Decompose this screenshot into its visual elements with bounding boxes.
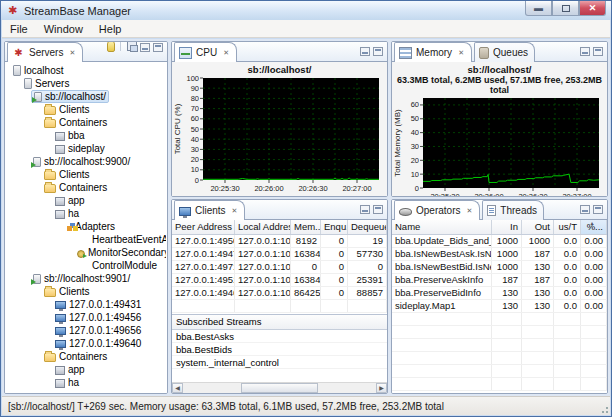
table-row[interactable]: bba.PreserveBidInfo1301300.00.00: [392, 287, 607, 300]
column-header-mem[interactable]: Mem...: [291, 220, 321, 234]
table-row[interactable]: bba.PreserveAskInfo1871870.00.00: [392, 274, 607, 287]
tree-item-app[interactable]: app: [6, 363, 166, 376]
menu-file[interactable]: File: [2, 21, 36, 37]
tree-item-containers[interactable]: Containers: [6, 116, 166, 129]
tree-item-ha[interactable]: ha: [6, 376, 166, 389]
column-header-us-t[interactable]: us/T: [554, 220, 581, 234]
cell-enqu: 0: [321, 274, 348, 286]
cell-out: 130: [522, 300, 554, 312]
tab-close-icon[interactable]: ✕: [465, 206, 473, 216]
tab-memory[interactable]: Memory ✕: [394, 42, 472, 62]
cpu-panel-header: CPU ✕: [172, 42, 387, 62]
column-header-peer-address[interactable]: Peer Address: [172, 220, 235, 234]
tree-item-monitorsecondary[interactable]: MonitorSecondary: [6, 246, 166, 259]
scrollbar-track[interactable]: [183, 383, 376, 393]
tab-servers[interactable]: ✱ Servers ✕: [7, 42, 83, 62]
tree-item-127-0-0-1-49431[interactable]: 127.0.0.1:49431: [6, 298, 166, 311]
tree-item-localhost[interactable]: localhost: [6, 64, 166, 77]
table-row[interactable]: bba.IsNewBestAsk.IsNewB...10001870.00.00: [392, 248, 607, 261]
tree-item-clients[interactable]: Clients: [6, 285, 166, 298]
status-bar: [sb://localhost/] T+269 sec. Memory usag…: [2, 396, 610, 415]
scrollbar-thumb[interactable]: [241, 383, 318, 393]
svg-text:20:27:00: 20:27:00: [342, 184, 371, 193]
tree-item-ha[interactable]: ha: [6, 207, 166, 220]
tree-item-heartbeateventactions[interactable]: HeartbeatEventActions: [6, 233, 166, 246]
tab-close-icon[interactable]: ✕: [222, 48, 230, 58]
minimize-panel-icon[interactable]: [360, 47, 370, 56]
cpu-chart-title: sb://localhost/: [172, 64, 387, 75]
maximize-panel-icon[interactable]: [373, 205, 383, 214]
column-header-name[interactable]: Name: [392, 220, 492, 234]
minimize-panel-icon[interactable]: [580, 205, 590, 214]
tree-item-bba[interactable]: bba: [6, 129, 166, 142]
tab-close-icon[interactable]: ✕: [457, 48, 465, 58]
tab-cpu[interactable]: CPU ✕: [174, 42, 237, 62]
tab-clients[interactable]: Clients ✕: [174, 200, 245, 220]
tree-item-clients[interactable]: Clients: [6, 168, 166, 181]
table-row[interactable]: 127.0.0.1:49477127.0.0.1:100001638405773…: [172, 248, 387, 261]
stream-item-bba-bestasks[interactable]: bba.BestAsks: [172, 330, 387, 343]
column-header-dequeued[interactable]: Dequeued: [348, 220, 387, 234]
window-maximize-button[interactable]: [552, 1, 579, 16]
tree-item-clients[interactable]: Clients: [6, 103, 166, 116]
tree-item-sideplay[interactable]: sideplay: [6, 142, 166, 155]
tree-item-adapters[interactable]: Adapters: [6, 220, 166, 233]
column-header-local-address[interactable]: Local Address: [235, 220, 291, 234]
window-minimize-button[interactable]: ▬: [525, 1, 552, 16]
tree-item-containers[interactable]: Containers: [6, 350, 166, 363]
table-row[interactable]: 127.0.0.1:49504127.0.0.1:100008192019: [172, 235, 387, 248]
maximize-panel-icon[interactable]: [373, 47, 383, 56]
column-header-out[interactable]: Out: [522, 220, 554, 234]
title-bar[interactable]: ✱ StreamBase Manager: [1, 1, 611, 20]
table-row[interactable]: sideplay.Map11301300.00.00: [392, 300, 607, 313]
tree-item-servers[interactable]: Servers: [6, 77, 166, 90]
scroll-right-icon[interactable]: ▶: [376, 383, 387, 393]
maximize-panel-icon[interactable]: [153, 43, 163, 52]
tree-item-127-0-0-1-49640[interactable]: 127.0.0.1:49640: [6, 337, 166, 350]
lightbulb-icon[interactable]: [107, 41, 115, 52]
tree-item-127-0-0-1-49456[interactable]: 127.0.0.1:49456: [6, 311, 166, 324]
tab-close-icon[interactable]: ✕: [231, 206, 239, 216]
tree-item-containers[interactable]: Containers: [6, 181, 166, 194]
tree-item-app[interactable]: app: [6, 194, 166, 207]
table-row[interactable]: bba.IsNewBestBid.IsNewB...10001300.00.00: [392, 261, 607, 274]
tree-item-label: MonitorSecondary: [88, 247, 166, 258]
horizontal-scrollbar[interactable]: ◀ ▶: [172, 382, 387, 393]
tab-queues[interactable]: Queues: [474, 42, 535, 62]
table-row[interactable]: 127.0.0.1:49469127.0.0.1:100008642560888…: [172, 287, 387, 300]
column-header-in[interactable]: In: [492, 220, 522, 234]
resize-grip[interactable]: [599, 404, 609, 414]
scroll-left-icon[interactable]: ◀: [172, 383, 183, 393]
window-close-button[interactable]: ✕: [579, 1, 606, 16]
tree-item-sb-localhost-9900[interactable]: sb://localhost:9900/: [6, 155, 166, 168]
stream-item-system-internal-control[interactable]: system._internal_control: [172, 356, 387, 369]
menu-help[interactable]: Help: [91, 21, 130, 37]
table-row[interactable]: 127.0.0.1:49518127.0.0.1:100001638402539…: [172, 274, 387, 287]
tree-item-controlmodule[interactable]: ControlModule: [6, 259, 166, 272]
maximize-panel-icon[interactable]: [593, 47, 603, 56]
tab-threads-label: Threads: [500, 205, 537, 216]
table-row[interactable]: 127.0.0.1:49718127.0.0.1:10000000: [172, 261, 387, 274]
server-running-icon: [34, 92, 42, 102]
menu-window[interactable]: Window: [36, 21, 91, 37]
cell-: 0.00: [581, 287, 607, 299]
minimize-panel-icon[interactable]: [360, 205, 370, 214]
cell-in: 1000: [492, 248, 522, 260]
minimize-panel-icon[interactable]: [580, 47, 590, 56]
tab-threads[interactable]: Threads: [482, 200, 544, 220]
tree-item-label: Servers: [35, 78, 69, 89]
column-header-enqu[interactable]: Enqu...: [321, 220, 348, 234]
maximize-panel-icon[interactable]: [593, 205, 603, 214]
tree-item-sb-localhost[interactable]: sb://localhost/: [6, 90, 166, 103]
menu-bar: File Window Help: [2, 20, 610, 38]
column-header-[interactable]: %...▴: [581, 220, 607, 234]
minimize-panel-icon[interactable]: [140, 43, 150, 52]
tree-item-127-0-0-1-49656[interactable]: 127.0.0.1:49656: [6, 324, 166, 337]
tab-close-icon[interactable]: ✕: [68, 48, 76, 58]
stream-item-bba-bestbids[interactable]: bba.BestBids: [172, 343, 387, 356]
link-with-editor-icon[interactable]: [127, 41, 137, 51]
tab-operators[interactable]: Operators ✕: [394, 200, 480, 220]
cell-in: 130: [492, 287, 522, 299]
table-row[interactable]: bba.Update_Bids_and_Asks100010000.00.00: [392, 235, 607, 248]
tree-item-sb-localhost-9901[interactable]: sb://localhost:9901/: [6, 272, 166, 285]
